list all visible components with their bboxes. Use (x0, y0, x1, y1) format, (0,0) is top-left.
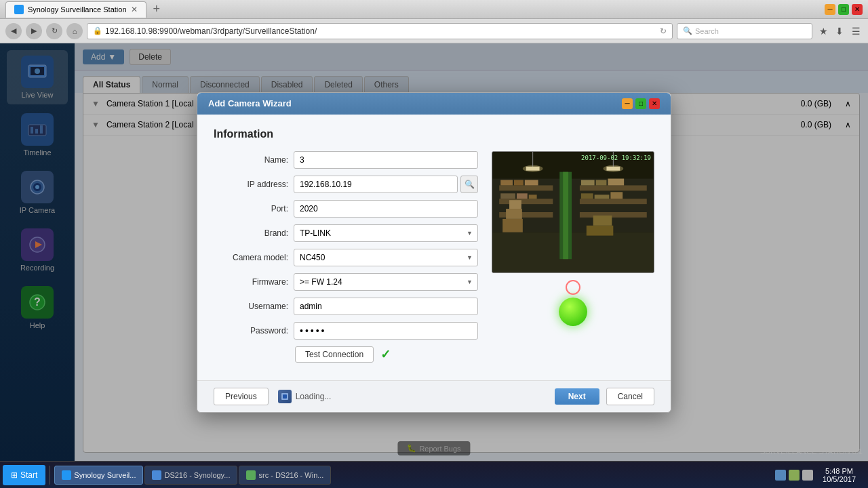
address-bar[interactable]: 🔒 192.168.10.98:9900/webman/3rdparty/Sur… (87, 23, 673, 39)
taskbar-item-icon (62, 470, 71, 480)
start-button[interactable]: ⊞ Start (3, 465, 45, 485)
dialog-close[interactable]: ✕ (649, 98, 660, 109)
taskbar-divider (50, 466, 50, 485)
username-label: Username: (214, 302, 288, 311)
back-button[interactable]: ◀ (5, 23, 22, 39)
previous-button[interactable]: Previous (214, 388, 269, 405)
svg-rect-24 (525, 180, 538, 185)
brand-select[interactable]: TP-LINK Hikvision Dahua Axis Other (294, 224, 478, 242)
tab-favicon (14, 5, 24, 14)
dialog-body: Name: IP address: 🔍 (214, 151, 654, 369)
taskbar: ⊞ Start Synology Surveil... DS216 - Syno… (0, 461, 868, 488)
taskbar-item-label: src - DS216 - Win... (258, 471, 323, 479)
search-bar[interactable]: 🔍 Search (677, 23, 812, 39)
app-content: Live View Timeline (0, 43, 868, 461)
svg-rect-29 (580, 199, 647, 204)
svg-rect-32 (596, 180, 607, 185)
svg-rect-41 (593, 215, 612, 225)
camera-preview: 2017-09-02 19:32:19 (492, 151, 654, 273)
brand-select-wrapper: TP-LINK Hikvision Dahua Axis Other (294, 224, 478, 242)
preview-panel: 2017-09-02 19:32:19 (492, 151, 654, 369)
svg-rect-22 (500, 180, 513, 185)
preview-timestamp: 2017-09-02 19:32:19 (581, 155, 651, 161)
name-input[interactable] (294, 151, 478, 169)
name-row: Name: (214, 151, 478, 169)
browser-tab[interactable]: Synology Surveillance Station ✕ (5, 1, 146, 18)
dialog-minimize[interactable]: ─ (622, 98, 633, 109)
svg-rect-33 (608, 178, 624, 185)
dialog-titlebar: Add Camera Wizard ─ □ ✕ (197, 93, 671, 115)
tab-close-button[interactable]: ✕ (131, 5, 138, 14)
loading-text: Loading... (296, 392, 332, 401)
tray-volume-icon (789, 470, 800, 481)
preview-loading-area (492, 273, 654, 327)
firmware-select[interactable]: >= FW 1.24 >= FW 1.20 >= FW 1.10 (294, 273, 478, 291)
password-input[interactable] (294, 322, 478, 340)
desktop: Synology Surveillance Station ✕ + ─ □ ✕ … (0, 0, 868, 488)
svg-rect-38 (506, 209, 522, 219)
new-tab-button[interactable]: + (153, 2, 161, 16)
taskbar-item-ds216[interactable]: DS216 - Synology... (144, 466, 237, 485)
dialog-footer: Previous Loading... (197, 380, 671, 412)
tray-system-icon (802, 470, 813, 481)
minimize-button[interactable]: ─ (825, 4, 835, 15)
port-label: Port: (214, 204, 288, 214)
search-placeholder: Search (695, 27, 719, 35)
svg-rect-47 (606, 166, 620, 170)
svg-rect-25 (500, 193, 515, 199)
next-button[interactable]: Next (555, 388, 599, 405)
tab-label: Synology Surveillance Station (28, 5, 127, 14)
loading-spinner-icon (278, 390, 292, 403)
port-input[interactable] (294, 200, 478, 218)
start-icon: ⊞ (11, 470, 18, 480)
menu-icon[interactable]: ☰ (849, 24, 863, 38)
firmware-label: Firmware: (214, 277, 288, 287)
brand-row: Brand: TP-LINK Hikvision Dahua Axis Othe… (214, 224, 478, 242)
download-icon[interactable]: ⬇ (833, 24, 846, 38)
connection-ring-indicator (566, 280, 580, 295)
svg-rect-23 (514, 180, 524, 185)
cancel-label: Cancel (618, 392, 643, 401)
svg-rect-31 (581, 180, 595, 185)
secure-icon: 🔒 (93, 26, 102, 35)
reload-icon[interactable]: ↻ (660, 26, 667, 36)
bookmark-icon[interactable]: ★ (816, 24, 830, 38)
ip-search-button[interactable]: 🔍 (460, 176, 478, 193)
preview-scene (492, 152, 654, 272)
home-button[interactable]: ⌂ (66, 23, 83, 39)
svg-rect-36 (610, 192, 623, 199)
firmware-select-wrapper: >= FW 1.24 >= FW 1.20 >= FW 1.10 (294, 273, 478, 291)
refresh-button[interactable]: ↻ (46, 23, 62, 39)
svg-rect-30 (580, 212, 647, 218)
taskbar-item-label: DS216 - Synology... (164, 471, 230, 479)
ip-label: IP address: (214, 180, 288, 189)
ip-input[interactable] (294, 176, 458, 193)
search-icon: 🔍 (683, 26, 692, 35)
port-row: Port: (214, 200, 478, 218)
svg-rect-49 (283, 394, 287, 399)
svg-rect-18 (563, 171, 568, 259)
svg-rect-28 (580, 185, 647, 190)
model-select[interactable]: NC450 NC200 NC210 NC220 (294, 249, 478, 266)
taskbar-item-icon (246, 470, 256, 480)
svg-rect-19 (499, 185, 553, 190)
dialog-title-controls: ─ □ ✕ (622, 98, 660, 109)
cancel-button[interactable]: Cancel (606, 388, 654, 405)
browser-toolbar-icons: ★ ⬇ ☰ (816, 24, 863, 38)
test-connection-row: Test Connection ✓ (214, 346, 478, 363)
forward-button[interactable]: ▶ (26, 23, 42, 39)
taskbar-items: Synology Surveil... DS216 - Synology... … (52, 466, 770, 485)
dialog-maximize[interactable]: □ (635, 98, 646, 109)
test-connection-button[interactable]: Test Connection (295, 346, 374, 363)
connection-success-icon: ✓ (380, 347, 391, 362)
model-row: Camera model: NC450 NC200 NC210 NC220 (214, 249, 478, 266)
maximize-button[interactable]: □ (838, 4, 849, 15)
password-label: Password: (214, 326, 288, 336)
close-button[interactable]: ✕ (852, 4, 863, 15)
taskbar-item-surveillance[interactable]: Synology Surveil... (54, 466, 143, 485)
brand-label: Brand: (214, 228, 288, 238)
taskbar-item-src[interactable]: src - DS216 - Win... (239, 466, 331, 485)
username-input[interactable] (294, 298, 478, 315)
svg-rect-20 (499, 199, 553, 204)
username-row: Username: (214, 298, 478, 315)
